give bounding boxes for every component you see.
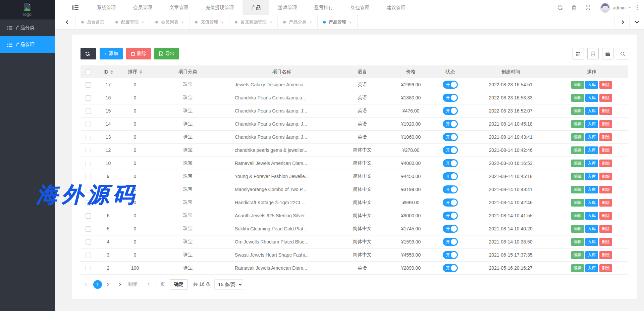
stock-in-button[interactable]: 入库 xyxy=(585,251,598,259)
stock-in-button[interactable]: 入库 xyxy=(585,81,598,89)
stock-in-button[interactable]: 入库 xyxy=(585,225,598,233)
delete-row-button[interactable]: 删除 xyxy=(599,160,612,167)
edit-button[interactable]: 编辑 xyxy=(571,186,584,193)
status-toggle[interactable]: 开 xyxy=(443,120,458,128)
row-checkbox[interactable] xyxy=(86,122,91,127)
menu-item-7[interactable]: 盈亏排行 xyxy=(306,0,342,15)
per-page-select[interactable]: 15 条/页 xyxy=(214,279,243,290)
row-checkbox[interactable] xyxy=(86,266,91,271)
delete-row-button[interactable]: 删除 xyxy=(599,107,612,115)
edit-button[interactable]: 编辑 xyxy=(571,173,584,180)
fullscreen-icon[interactable] xyxy=(581,0,595,15)
logo[interactable]: logo xyxy=(0,0,55,19)
print-icon[interactable] xyxy=(587,48,599,59)
tabs-scroll-left[interactable] xyxy=(60,15,75,29)
tabs-dropdown[interactable] xyxy=(629,15,644,29)
menu-item-4[interactable]: 充值提现管理 xyxy=(197,0,243,15)
row-checkbox[interactable] xyxy=(86,239,91,245)
menu-item-2[interactable]: 会员管理 xyxy=(124,0,161,15)
refresh-button[interactable] xyxy=(80,48,96,59)
edit-button[interactable]: 编辑 xyxy=(571,238,584,246)
edit-button[interactable]: 编辑 xyxy=(571,225,584,233)
edit-button[interactable]: 编辑 xyxy=(571,212,584,220)
status-toggle[interactable]: 开 xyxy=(443,185,458,193)
stock-in-button[interactable]: 入库 xyxy=(585,186,598,193)
edit-button[interactable]: 编辑 xyxy=(571,160,584,167)
goto-page-input[interactable] xyxy=(141,280,157,289)
prev-page-icon[interactable] xyxy=(81,279,91,290)
row-checkbox[interactable] xyxy=(86,161,91,166)
edit-button[interactable]: 编辑 xyxy=(571,133,584,141)
delete-row-button[interactable]: 删除 xyxy=(599,81,612,89)
add-button[interactable]: + 添加 xyxy=(100,48,123,59)
edit-button[interactable]: 编辑 xyxy=(571,81,584,89)
stock-in-button[interactable]: 入库 xyxy=(585,212,598,220)
delete-button[interactable]: 删除 xyxy=(126,48,151,59)
close-icon[interactable]: × xyxy=(221,20,224,25)
delete-row-button[interactable]: 删除 xyxy=(599,251,612,259)
edit-button[interactable]: 编辑 xyxy=(571,120,584,128)
status-toggle[interactable]: 开 xyxy=(443,172,458,180)
row-checkbox[interactable] xyxy=(86,82,91,88)
stock-in-button[interactable]: 入库 xyxy=(585,160,598,167)
menu-item-5[interactable]: 产品 xyxy=(243,0,269,15)
delete-row-button[interactable]: 删除 xyxy=(599,94,612,102)
close-icon[interactable]: × xyxy=(142,20,144,25)
status-toggle[interactable]: 开 xyxy=(443,238,458,246)
status-toggle[interactable]: 开 xyxy=(443,198,458,207)
row-checkbox[interactable] xyxy=(86,213,91,219)
row-checkbox[interactable] xyxy=(86,148,91,153)
select-all-checkbox[interactable] xyxy=(86,70,91,75)
user-menu[interactable]: admin xyxy=(613,5,631,10)
edit-button[interactable]: 编辑 xyxy=(571,94,584,102)
tab-7[interactable]: 产品管理× xyxy=(317,15,358,29)
delete-row-button[interactable]: 删除 xyxy=(599,133,612,141)
status-toggle[interactable]: 开 xyxy=(443,146,458,154)
status-toggle[interactable]: 开 xyxy=(443,212,458,220)
row-checkbox[interactable] xyxy=(86,135,91,140)
sort-icon[interactable] xyxy=(140,70,142,74)
stock-in-button[interactable]: 入库 xyxy=(585,173,598,180)
row-checkbox[interactable] xyxy=(86,95,91,101)
edit-button[interactable]: 编辑 xyxy=(571,199,584,207)
columns-icon[interactable] xyxy=(573,48,584,59)
status-toggle[interactable]: 开 xyxy=(443,81,458,89)
edit-button[interactable]: 编辑 xyxy=(571,146,584,154)
status-toggle[interactable]: 开 xyxy=(443,225,458,233)
export-data-icon[interactable] xyxy=(602,48,613,59)
tabs-scroll-right[interactable] xyxy=(614,15,629,29)
sidebar-item-1[interactable]: 产品分类 xyxy=(0,19,55,36)
status-toggle[interactable]: 开 xyxy=(443,159,458,167)
row-checkbox[interactable] xyxy=(86,253,91,258)
delete-row-button[interactable]: 删除 xyxy=(599,186,612,193)
delete-row-button[interactable]: 删除 xyxy=(599,264,612,272)
page-number-2[interactable]: 2 xyxy=(104,280,113,289)
tab-4[interactable]: 充值管理× xyxy=(189,15,229,29)
tab-2[interactable]: 配置管理× xyxy=(110,15,150,29)
tab-6[interactable]: 产品分类× xyxy=(277,15,317,29)
trash-icon[interactable] xyxy=(567,0,581,15)
status-toggle[interactable]: 开 xyxy=(443,94,458,102)
menu-item-9[interactable]: 建议管理 xyxy=(378,0,414,15)
status-toggle[interactable]: 开 xyxy=(443,107,458,115)
row-checkbox[interactable] xyxy=(86,226,91,232)
menu-item-3[interactable]: 文章管理 xyxy=(161,0,197,15)
tab-1[interactable]: 后台首页 xyxy=(75,15,110,29)
more-options-icon[interactable] xyxy=(631,0,643,15)
tab-3[interactable]: 会员列表× xyxy=(150,15,190,29)
search-icon[interactable] xyxy=(617,48,628,59)
delete-row-button[interactable]: 删除 xyxy=(599,238,612,246)
menu-item-8[interactable]: 红包管理 xyxy=(342,0,378,15)
close-icon[interactable]: × xyxy=(309,20,312,25)
stock-in-button[interactable]: 入库 xyxy=(585,133,598,141)
close-icon[interactable]: × xyxy=(181,20,184,25)
sidebar-item-2[interactable]: 产品管理 xyxy=(0,36,55,53)
delete-row-button[interactable]: 删除 xyxy=(599,199,612,207)
tab-5[interactable]: 首充奖励管理× xyxy=(229,15,278,29)
stock-in-button[interactable]: 入库 xyxy=(585,107,598,115)
delete-row-button[interactable]: 删除 xyxy=(599,173,612,180)
delete-row-button[interactable]: 删除 xyxy=(599,225,612,233)
status-toggle[interactable]: 开 xyxy=(443,264,458,272)
status-toggle[interactable]: 开 xyxy=(443,133,458,141)
hamburger-icon[interactable] xyxy=(69,0,82,15)
